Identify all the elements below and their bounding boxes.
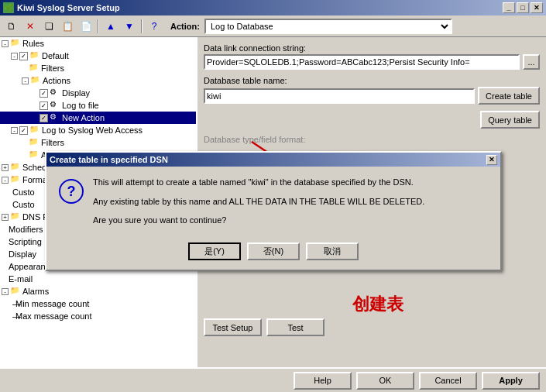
modal-line1: This will attempt to create a table name… <box>93 176 488 189</box>
modal-dialog: Create table in specified DSN ✕ ? This w… <box>45 151 502 271</box>
modal-close-btn[interactable]: ✕ <box>486 155 497 165</box>
modal-title-bar: Create table in specified DSN ✕ <box>46 153 500 167</box>
modal-line3: Are you sure you want to continue? <box>93 214 488 227</box>
modal-title: Create table in specified DSN <box>50 155 168 164</box>
modal-overlay: Create table in specified DSN ✕ ? This w… <box>0 0 546 392</box>
modal-message: This will attempt to create a table name… <box>93 176 488 227</box>
modal-buttons: 是(Y) 否(N) 取消 <box>46 236 500 270</box>
modal-yes-btn[interactable]: 是(Y) <box>188 242 241 260</box>
modal-no-btn[interactable]: 否(N) <box>247 242 300 260</box>
modal-cancel-btn[interactable]: 取消 <box>306 242 359 260</box>
modal-line2: Any existing table by this name and ALL … <box>93 195 488 208</box>
modal-body: ? This will attempt to create a table na… <box>46 167 500 236</box>
modal-question-icon: ? <box>59 179 84 204</box>
